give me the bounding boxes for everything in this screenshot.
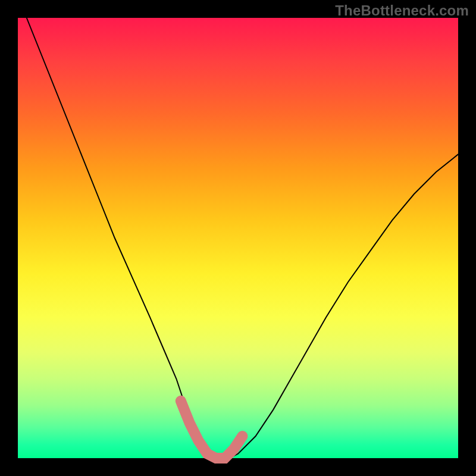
watermark-text: TheBottleneck.com [335,2,469,19]
chart-frame: TheBottleneck.com [0,0,476,476]
chart-svg [18,18,458,458]
bottleneck-curve [27,18,458,458]
bottleneck-floor-highlight [181,401,243,458]
plot-area [18,18,458,458]
